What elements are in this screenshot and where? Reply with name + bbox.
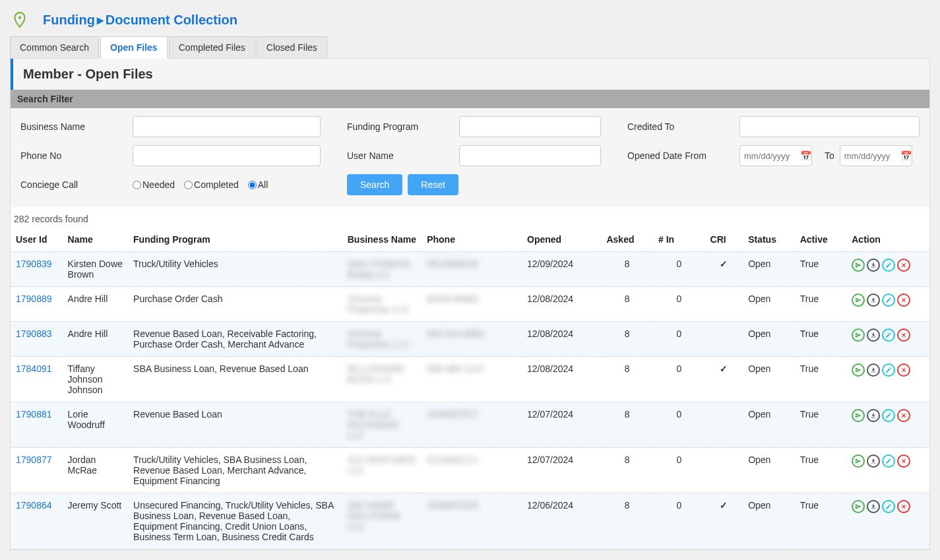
send-icon[interactable] (852, 500, 865, 513)
tab-completed-files[interactable]: Completed Files (169, 36, 255, 58)
close-icon[interactable] (897, 409, 910, 422)
col-asked[interactable]: Asked (601, 228, 653, 252)
send-icon[interactable] (852, 454, 865, 468)
edit-icon[interactable] (882, 259, 895, 272)
col-opened[interactable]: Opened (522, 228, 601, 252)
col-active[interactable]: Active (795, 228, 847, 252)
user-id-link[interactable]: 1790839 (16, 259, 52, 269)
edit-icon[interactable] (882, 328, 895, 342)
label-user-name: User Name (347, 150, 459, 161)
table-row: 1790881 Lorie Woodruff Revenue Based Loa… (11, 402, 929, 448)
breadcrumb-current[interactable]: Document Collection (106, 13, 237, 28)
user-id-link[interactable]: 1790881 (16, 409, 52, 420)
edit-icon[interactable] (882, 500, 895, 513)
send-icon[interactable] (852, 259, 865, 272)
cell-phone: 984-480-1147 (422, 357, 522, 402)
edit-icon[interactable] (882, 363, 895, 377)
cell-phone: 5612686544 (422, 252, 522, 287)
user-name-input[interactable] (459, 145, 601, 166)
col-business[interactable]: Business Name (342, 228, 422, 252)
edit-icon[interactable] (882, 294, 895, 307)
funding-program-input[interactable] (459, 116, 601, 137)
cell-opened: 12/07/2024 (522, 448, 601, 493)
col-phone[interactable]: Phone (422, 228, 522, 252)
close-icon[interactable] (897, 328, 910, 342)
tab-common-search[interactable]: Common Search (10, 36, 99, 58)
edit-icon[interactable] (882, 409, 895, 422)
user-id-link[interactable]: 1790864 (16, 500, 52, 511)
cell-opened: 12/08/2024 (522, 287, 601, 322)
search-button[interactable]: Search (347, 174, 402, 195)
cell-active: True (795, 252, 847, 287)
tab-closed-files[interactable]: Closed Files (257, 36, 327, 58)
col-user-id[interactable]: User Id (11, 228, 63, 252)
cell-business: Xclusive Properties LLC (342, 322, 422, 357)
download-icon[interactable] (867, 259, 880, 272)
download-icon[interactable] (867, 328, 880, 342)
user-id-link[interactable]: 1784091 (16, 363, 52, 374)
close-icon[interactable] (897, 500, 910, 513)
svg-point-0 (18, 16, 21, 19)
cell-program: Revenue Based Loan, Receivable Factoring… (128, 322, 342, 357)
download-icon[interactable] (867, 294, 880, 307)
header: Funding ▸ Document Collection (10, 7, 930, 36)
label-business-name: Business Name (20, 121, 133, 132)
cell-asked: 8 (601, 287, 653, 322)
close-icon[interactable] (897, 454, 910, 468)
radio-completed[interactable]: Completed (184, 179, 239, 190)
download-icon[interactable] (867, 363, 880, 377)
send-icon[interactable] (852, 409, 865, 422)
user-id-link[interactable]: 1790889 (16, 294, 52, 304)
cell-program: Truck/Utility Vehicles, SBA Business Loa… (128, 448, 342, 493)
calendar-icon: 📅 (800, 150, 811, 161)
cell-cri (705, 287, 743, 322)
close-icon[interactable] (897, 363, 910, 377)
cell-cri: ✓ (705, 493, 743, 549)
breadcrumb-parent[interactable]: Funding (43, 13, 95, 28)
cell-business: AJJ VENTURES LLC (342, 448, 422, 493)
col-in[interactable]: # In (653, 228, 705, 252)
phone-no-input[interactable] (133, 145, 321, 166)
user-id-link[interactable]: 1790883 (16, 328, 52, 339)
col-name[interactable]: Name (63, 228, 129, 252)
user-id-link[interactable]: 1790877 (16, 454, 52, 465)
reset-button[interactable]: Reset (408, 174, 458, 195)
cell-cri (705, 402, 743, 448)
edit-icon[interactable] (882, 454, 895, 468)
close-icon[interactable] (897, 259, 910, 272)
table-row: 1790839 Kirsten Dowe Brown Truck/Utility… (11, 252, 929, 287)
tab-open-files[interactable]: Open Files (100, 36, 168, 59)
cell-asked: 8 (601, 322, 653, 357)
cell-asked: 8 (601, 402, 653, 448)
cell-asked: 8 (601, 252, 653, 287)
cell-active: True (795, 322, 847, 357)
tabs: Common Search Open Files Completed Files… (10, 36, 930, 59)
download-icon[interactable] (867, 454, 880, 468)
download-icon[interactable] (867, 500, 880, 513)
send-icon[interactable] (852, 328, 865, 342)
col-status[interactable]: Status (743, 228, 795, 252)
table-row: 1784091 Tiffany Johnson Johnson SBA Busi… (11, 357, 929, 402)
cell-phone: 6026148683 (422, 287, 522, 322)
send-icon[interactable] (852, 363, 865, 377)
cell-asked: 8 (601, 357, 653, 402)
radio-needed[interactable]: Needed (133, 179, 175, 190)
cell-business: Xclusive Properties LLC (342, 287, 422, 322)
send-icon[interactable] (852, 294, 865, 307)
cell-cri (705, 448, 743, 493)
cell-name: Lorie Woodruff (63, 402, 129, 448)
records-count: 282 records found (11, 207, 929, 228)
close-icon[interactable] (897, 294, 910, 307)
app-logo (10, 10, 30, 30)
page-title-bar: Member - Open Files (11, 59, 929, 90)
radio-all[interactable]: All (248, 179, 268, 190)
cell-business: J&S HOME SOLUTIONS LLC (342, 493, 422, 549)
business-name-input[interactable] (133, 116, 321, 137)
cell-status: Open (743, 357, 795, 402)
col-cri[interactable]: CRI (705, 228, 743, 252)
download-icon[interactable] (867, 409, 880, 422)
label-phone-no: Phone No (20, 150, 133, 161)
cell-active: True (795, 357, 847, 402)
credited-to-input[interactable] (739, 116, 920, 137)
col-program[interactable]: Funding Program (128, 228, 342, 252)
